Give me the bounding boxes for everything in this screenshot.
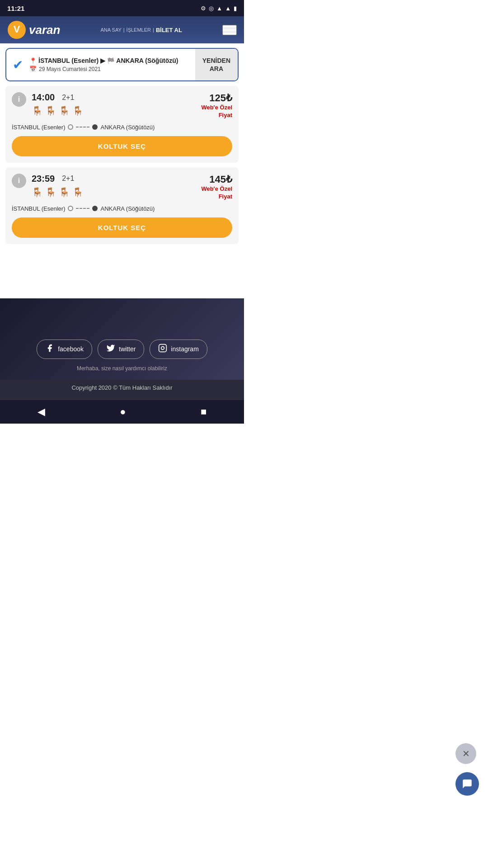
instagram-label: instagram [171, 345, 198, 353]
search-date-text: 29 Mayıs Cumartesi 2021 [39, 66, 101, 72]
nav-breadcrumb: ANA SAY | İŞLEMLER | BİLET AL [100, 27, 182, 33]
chat-prompt-text: Merhaba, size nasıl yardımcı olabiliriz [68, 363, 176, 375]
twitter-button[interactable]: twitter [98, 340, 144, 359]
hamburger-line-2 [223, 29, 236, 31]
route-start-dot [68, 124, 73, 130]
header: V varan ANA SAY | İŞLEMLER | BİLET AL [0, 16, 244, 43]
seat-1: 🪑 [32, 105, 43, 116]
route-dash [76, 127, 89, 127]
yeniden-ara-button[interactable]: YENİDENARA [195, 49, 238, 80]
trip-1-time: 14:00 [32, 92, 55, 103]
trip-2-seating: 2+1 [62, 175, 74, 183]
wifi-icon: ▲ [216, 5, 222, 12]
hamburger-line-3 [223, 33, 236, 34]
trip-1-seats: 🪑 🪑 🪑 🪑 [32, 105, 196, 116]
hamburger-line-1 [223, 26, 236, 27]
trip-2-info-icon[interactable]: i [12, 174, 26, 188]
twitter-label: twitter [119, 345, 136, 353]
spacer [0, 249, 244, 285]
seat-4: 🪑 [72, 105, 84, 116]
seat-2-4: 🪑 [72, 187, 84, 198]
battery-icon: ▮ [234, 5, 237, 12]
seat-2-2: 🪑 [45, 187, 56, 198]
trip-2-from-label: İSTANBUL (Esenler) [12, 205, 65, 212]
from-icon: 📍 [29, 57, 37, 64]
nav-item-3: BİLET AL [156, 27, 182, 33]
seat-3: 🪑 [59, 105, 70, 116]
trip-card-2: i 23:59 2+1 🪑 🪑 🪑 🪑 145₺ Web'e ÖzelFiyat… [5, 167, 239, 244]
instagram-icon [158, 344, 167, 355]
trip-2-time-seating: 23:59 2+1 [32, 174, 196, 184]
search-date: 📅 29 Mayıs Cumartesi 2021 [29, 66, 195, 72]
trip-1-meta: 14:00 2+1 🪑 🪑 🪑 🪑 [32, 92, 196, 116]
trip-2-time: 23:59 [32, 174, 55, 184]
koltuk-sec-button-2[interactable]: KOLTUK SEÇ [12, 217, 232, 238]
trip-1-seating: 2+1 [62, 94, 74, 102]
twitter-icon [106, 344, 115, 355]
footer-background: facebook twitter instagr [0, 298, 244, 380]
trip-1-info-icon[interactable]: i [12, 92, 26, 107]
hamburger-menu[interactable] [222, 25, 237, 35]
social-buttons: facebook twitter instagr [37, 330, 207, 363]
svg-text:V: V [14, 24, 20, 35]
signal-icon: ▲ [225, 5, 231, 12]
route-2-start-dot [68, 206, 73, 211]
home-button[interactable]: ● [111, 404, 135, 420]
route-end-dot [92, 124, 98, 130]
trip-2-price-amount: 145₺ [201, 174, 232, 185]
search-checkmark: ✔ [6, 52, 29, 78]
back-button[interactable]: ◀ [28, 404, 54, 420]
check-icon: ✔ [13, 57, 23, 72]
trip-1-price: 125₺ Web'e ÖzelFiyat [201, 92, 232, 119]
trip-1-price-special: Web'e ÖzelFiyat [201, 104, 232, 119]
search-to: ANKARA (Söğütözü) [116, 57, 178, 64]
trip-1-header: i 14:00 2+1 🪑 🪑 🪑 🪑 125₺ Web'e ÖzelFiyat [12, 92, 232, 119]
trip-2-route: İSTANBUL (Esenler) ANKARA (Söğütözü) [12, 205, 232, 212]
seat-2-1: 🪑 [32, 187, 43, 198]
logo-container: V varan [7, 20, 60, 39]
seat-2: 🪑 [45, 105, 56, 116]
trip-1-to-label: ANKARA (Söğütözü) [100, 124, 155, 131]
search-from: İSTANBUL (Esenler) [38, 57, 99, 64]
logo-icon: V [7, 20, 26, 39]
facebook-button[interactable]: facebook [37, 340, 92, 359]
calendar-icon: 📅 [29, 66, 37, 72]
trip-2-price-special: Web'e ÖzelFiyat [201, 185, 232, 201]
facebook-icon [45, 344, 54, 355]
koltuk-sec-button-1[interactable]: KOLTUK SEÇ [12, 136, 232, 156]
logo-text: varan [29, 23, 60, 37]
trip-1-route: İSTANBUL (Esenler) ANKARA (Söğütözü) [12, 124, 232, 131]
status-icons: ⚙ ◎ ▲ ▲ ▮ [201, 5, 237, 12]
seat-2-3: 🪑 [59, 187, 70, 198]
route-2-dash [76, 208, 89, 209]
trip-2-header: i 23:59 2+1 🪑 🪑 🪑 🪑 145₺ Web'e ÖzelFiyat [12, 174, 232, 201]
status-time: 11:21 [7, 5, 24, 12]
nav-bar: ◀ ● ■ [0, 400, 244, 424]
trip-1-price-amount: 125₺ [201, 92, 232, 104]
recents-button[interactable]: ■ [192, 404, 216, 420]
search-route: 📍 İSTANBUL (Esenler) ▶ 🏁 ANKARA (Söğütöz… [29, 57, 195, 64]
svg-rect-2 [159, 344, 167, 352]
trip-card-1: i 14:00 2+1 🪑 🪑 🪑 🪑 125₺ Web'e ÖzelFiyat… [5, 86, 239, 163]
settings-icon: ⚙ [201, 5, 206, 12]
trip-2-to-label: ANKARA (Söğütözü) [100, 205, 155, 212]
status-bar: 11:21 ⚙ ◎ ▲ ▲ ▮ [0, 0, 244, 16]
instagram-button[interactable]: instagram [150, 340, 207, 359]
route-2-end-dot [92, 206, 98, 211]
footer: facebook twitter instagr [0, 298, 244, 400]
search-summary-bar: ✔ 📍 İSTANBUL (Esenler) ▶ 🏁 ANKARA (Söğüt… [5, 48, 239, 81]
nav-item-2: İŞLEMLER [127, 27, 151, 33]
arrow-icon: ▶ [100, 57, 105, 64]
copyright-text: Copyright 2020 © Tüm Hakları Saklıdır [0, 380, 244, 400]
nav-item-1: ANA SAY [100, 27, 121, 33]
trip-2-seats: 🪑 🪑 🪑 🪑 [32, 187, 196, 198]
facebook-label: facebook [58, 345, 84, 353]
trip-2-meta: 23:59 2+1 🪑 🪑 🪑 🪑 [32, 174, 196, 198]
to-icon: 🏁 [107, 57, 114, 64]
target-icon: ◎ [209, 5, 214, 12]
trip-1-time-seating: 14:00 2+1 [32, 92, 196, 103]
search-details: 📍 İSTANBUL (Esenler) ▶ 🏁 ANKARA (Söğütöz… [29, 54, 195, 75]
trip-2-price: 145₺ Web'e ÖzelFiyat [201, 174, 232, 201]
trip-1-from-label: İSTANBUL (Esenler) [12, 124, 65, 131]
